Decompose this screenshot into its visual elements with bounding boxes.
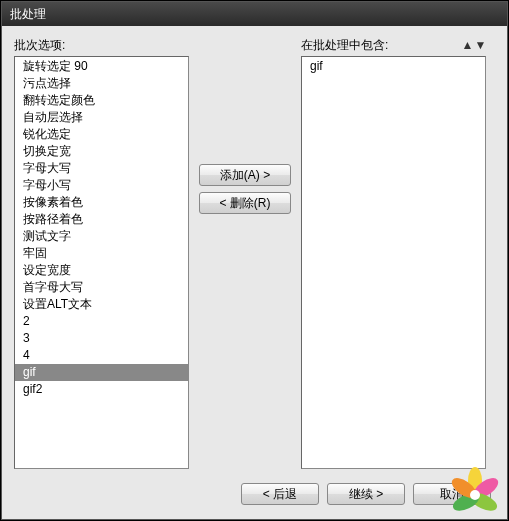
main-row: 批次选项: 旋转选定 90污点选择翻转选定颜色自动层选择锐化选定切换定宽字母大写… (14, 36, 495, 469)
list-item[interactable]: 4 (15, 347, 188, 364)
list-item[interactable]: 设置ALT文本 (15, 296, 188, 313)
list-item[interactable]: gif (15, 364, 188, 381)
titlebar: 批处理 (2, 2, 507, 26)
col-mid: 添加(A) > < 删除(R) (197, 36, 293, 469)
included-listbox[interactable]: gif (301, 56, 486, 469)
list-item[interactable]: 首字母大写 (15, 279, 188, 296)
list-item[interactable]: 字母小写 (15, 177, 188, 194)
move-up-icon[interactable]: ▲ (462, 40, 473, 51)
right-label-row: 在批处理中包含: ▲ ▼ (301, 36, 486, 54)
list-item[interactable]: 污点选择 (15, 75, 188, 92)
add-button[interactable]: 添加(A) > (199, 164, 291, 186)
list-item[interactable]: 测试文字 (15, 228, 188, 245)
back-button[interactable]: < 后退 (241, 483, 319, 505)
right-label: 在批处理中包含: (301, 37, 388, 54)
list-item[interactable]: 按像素着色 (15, 194, 188, 211)
cancel-button[interactable]: 取消 (413, 483, 491, 505)
list-item[interactable]: 翻转选定颜色 (15, 92, 188, 109)
options-listbox[interactable]: 旋转选定 90污点选择翻转选定颜色自动层选择锐化选定切换定宽字母大写字母小写按像… (14, 56, 189, 469)
list-item[interactable]: 3 (15, 330, 188, 347)
col-right: 在批处理中包含: ▲ ▼ gif (301, 36, 486, 469)
list-item[interactable]: 设定宽度 (15, 262, 188, 279)
list-item[interactable]: 字母大写 (15, 160, 188, 177)
move-down-icon[interactable]: ▼ (475, 40, 486, 51)
reorder-controls: ▲ ▼ (462, 40, 486, 51)
list-item[interactable]: 2 (15, 313, 188, 330)
left-label-row: 批次选项: (14, 36, 189, 54)
window-title: 批处理 (10, 6, 46, 23)
list-item[interactable]: 锐化选定 (15, 126, 188, 143)
list-item[interactable]: 旋转选定 90 (15, 58, 188, 75)
remove-button[interactable]: < 删除(R) (199, 192, 291, 214)
list-item[interactable]: 切换定宽 (15, 143, 188, 160)
list-item[interactable]: 牢固 (15, 245, 188, 262)
list-item[interactable]: gif (302, 58, 485, 75)
batch-dialog: 批处理 批次选项: 旋转选定 90污点选择翻转选定颜色自动层选择锐化选定切换定宽… (1, 1, 508, 520)
col-left: 批次选项: 旋转选定 90污点选择翻转选定颜色自动层选择锐化选定切换定宽字母大写… (14, 36, 189, 469)
continue-button[interactable]: 继续 > (327, 483, 405, 505)
bottom-row: < 后退 继续 > 取消 (14, 477, 495, 511)
left-label: 批次选项: (14, 37, 65, 54)
list-item[interactable]: gif2 (15, 381, 188, 398)
list-item[interactable]: 按路径着色 (15, 211, 188, 228)
list-item[interactable]: 自动层选择 (15, 109, 188, 126)
dialog-content: 批次选项: 旋转选定 90污点选择翻转选定颜色自动层选择锐化选定切换定宽字母大写… (2, 26, 507, 519)
